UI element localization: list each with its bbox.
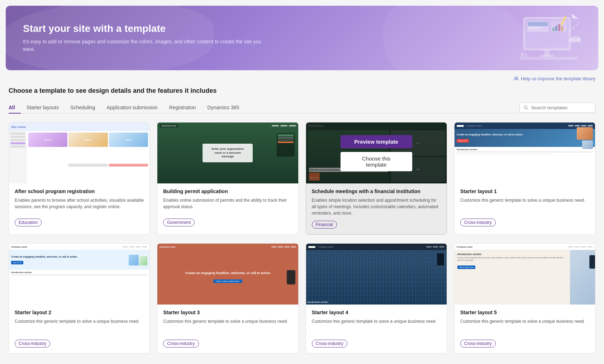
svg-point-26 [517, 77, 518, 78]
card-image-building-permit: Building Permit Enter your organization … [157, 123, 298, 183]
hero-subtitle: It's easy to add or remove pages and cus… [23, 38, 274, 53]
card-image-after-school: After school Art Class Spanish [9, 123, 149, 183]
hero-title: Start your site with a template [23, 23, 274, 34]
card-tag-building-permit[interactable]: Government [163, 219, 195, 226]
template-card-starter-3[interactable]: Company name Create an engaging headline… [157, 243, 298, 354]
card-tag-starter-1[interactable]: Cross-industry [460, 219, 496, 226]
card-title-starter-1: Starter layout 1 [460, 188, 589, 194]
preview-starter-5: Company name Introduction section Create… [455, 244, 595, 305]
card-body-starter-4: Starter layout 4 Customize this generic … [306, 305, 447, 353]
card-tag-starter-5[interactable]: Cross-industry [460, 340, 496, 348]
card-title-starter-4: Starter layout 4 [312, 310, 441, 315]
card-tag-after-school[interactable]: Education [15, 219, 42, 226]
section-title: Choose a template to see design details … [9, 87, 595, 95]
svg-point-25 [515, 77, 516, 78]
template-grid-row1: After school Art Class Spanish [9, 122, 595, 235]
card-body-starter-1: Starter layout 1 Customize this generic … [455, 183, 595, 232]
template-card-starter-4[interactable]: Company name Introduction section [306, 243, 447, 354]
tab-dynamics[interactable]: Dynamics 365 [202, 102, 245, 113]
svg-rect-7 [552, 28, 555, 31]
card-body-starter-3: Starter layout 3 Customize this generic … [157, 305, 298, 353]
template-card-starter-2[interactable]: Company name Create an engaging headline… [9, 243, 150, 354]
tab-registration[interactable]: Registration [163, 102, 202, 113]
svg-rect-4 [528, 27, 542, 28]
svg-rect-10 [561, 26, 563, 31]
help-link[interactable]: Help us improve the template library [514, 76, 595, 81]
template-card-schedule-meetings[interactable]: Sched Meetings Welcome to Reset Institut… [306, 122, 447, 235]
card-tag-schedule-meetings[interactable]: Financial [312, 221, 337, 229]
card-desc-starter-3: Customize this generic template to solve… [163, 318, 292, 335]
preview-after-school: After school Art Class Spanish [9, 123, 149, 183]
preview-starter-2: Company name Create an engaging headline… [9, 244, 149, 305]
card-body-after-school: After school program registration Enable… [9, 183, 149, 232]
template-card-starter-5[interactable]: Company name Introduction section Create… [454, 243, 595, 354]
card-image-starter-3: Company name Create an engaging headline… [157, 244, 298, 305]
card-desc-schedule-meetings: Enables simple location selection and ap… [312, 197, 441, 216]
svg-point-16 [573, 28, 575, 29]
card-image-schedule-meetings: Sched Meetings Welcome to Reset Institut… [306, 123, 447, 183]
card-title-starter-3: Starter layout 3 [163, 310, 292, 315]
main-content: Choose a template to see design details … [9, 87, 595, 354]
svg-rect-9 [558, 24, 560, 31]
help-link-row: Help us improve the template library [9, 76, 595, 81]
template-card-building-permit[interactable]: Building Permit Enter your organization … [157, 122, 298, 235]
card-title-after-school: After school program registration [15, 188, 144, 194]
svg-rect-22 [520, 57, 577, 60]
tab-all[interactable]: All [9, 102, 21, 113]
card-body-building-permit: Building permit application Enables onli… [157, 183, 298, 232]
svg-rect-23 [521, 53, 524, 57]
svg-point-20 [569, 38, 575, 43]
search-box [519, 102, 595, 113]
svg-rect-12 [540, 55, 554, 57]
svg-rect-3 [528, 22, 548, 26]
card-title-starter-5: Starter layout 5 [460, 310, 589, 315]
card-image-starter-2: Company name Create an engaging headline… [9, 244, 149, 305]
card-image-starter-5: Company name Introduction section Create… [455, 244, 595, 305]
card-desc-starter-5: Customize this generic template to solve… [460, 318, 589, 335]
card-body-schedule-meetings: Schedule meetings with a financial insti… [306, 183, 447, 234]
preview-starter-4: Company name Introduction section [306, 244, 447, 305]
card-image-starter-1: Company name Create an engaging headline… [455, 123, 595, 183]
card-overlay-schedule: Preview template Choose this template [306, 123, 447, 183]
card-title-starter-2: Starter layout 2 [15, 310, 144, 315]
card-desc-starter-4: Customize this generic template to solve… [312, 318, 441, 335]
card-desc-building-permit: Enables online submission of permits and… [163, 197, 292, 214]
svg-point-27 [524, 106, 527, 109]
card-desc-starter-1: Customize this generic template to solve… [460, 197, 589, 214]
hero-content: Start your site with a template It's eas… [23, 23, 274, 53]
tab-application[interactable]: Application submission [101, 102, 163, 113]
card-desc-starter-2: Customize this generic template to solve… [15, 318, 144, 335]
card-tag-starter-3[interactable]: Cross-industry [163, 340, 199, 348]
card-tag-starter-4[interactable]: Cross-industry [312, 340, 347, 348]
card-tag-starter-2[interactable]: Cross-industry [15, 340, 50, 348]
card-title-building-permit: Building permit application [163, 188, 292, 194]
svg-rect-8 [555, 25, 557, 31]
hero-illustration [502, 10, 581, 66]
template-card-after-school[interactable]: After school Art Class Spanish [9, 122, 150, 235]
search-input[interactable] [531, 105, 591, 110]
users-icon [514, 76, 519, 81]
filter-tabs: All Starter layouts Scheduling Applicati… [9, 102, 595, 114]
preview-starter-3: Company name Create an engaging headline… [157, 244, 298, 305]
card-title-schedule-meetings: Schedule meetings with a financial insti… [312, 188, 441, 194]
card-body-starter-5: Starter layout 5 Customize this generic … [455, 305, 595, 353]
search-icon [523, 105, 528, 110]
hero-banner: Start your site with a template It's eas… [6, 6, 598, 70]
template-grid-row2: Company name Create an engaging headline… [9, 243, 595, 354]
tab-scheduling[interactable]: Scheduling [65, 102, 101, 113]
card-image-starter-4: Company name Introduction section [306, 244, 447, 305]
card-desc-after-school: Enables parents to browse after school a… [15, 197, 144, 214]
svg-rect-24 [524, 53, 527, 57]
svg-line-28 [527, 108, 528, 110]
preview-starter-1: Company name Create an engaging headline… [455, 123, 595, 183]
choose-template-button[interactable]: Choose this template [341, 152, 412, 171]
template-card-starter-1[interactable]: Company name Create an engaging headline… [454, 122, 595, 235]
card-body-starter-2: Starter layout 2 Customize this generic … [9, 305, 149, 353]
svg-rect-5 [528, 29, 539, 30]
help-link-text: Help us improve the template library [521, 76, 595, 81]
preview-template-button[interactable]: Preview template [341, 135, 412, 148]
tab-starter[interactable]: Starter layouts [21, 102, 65, 113]
preview-building-permit: Building Permit Enter your organization … [157, 123, 298, 183]
svg-rect-11 [544, 50, 550, 56]
